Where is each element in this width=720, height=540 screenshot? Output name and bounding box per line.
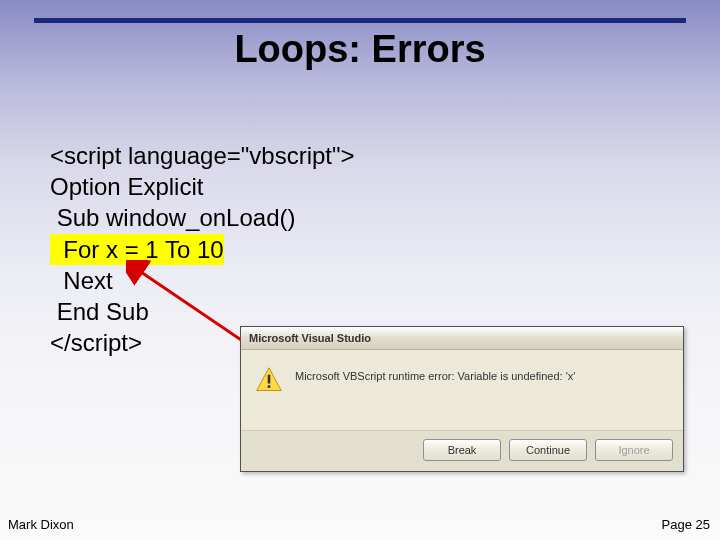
error-dialog: Microsoft Visual Studio Microsoft VBScri… (240, 326, 684, 472)
warning-icon (255, 366, 283, 394)
ignore-button[interactable]: Ignore (595, 439, 673, 461)
footer-author: Mark Dixon (8, 517, 74, 532)
code-line: Next (50, 265, 355, 296)
slide-top-rule (34, 18, 686, 23)
break-button[interactable]: Break (423, 439, 501, 461)
footer-page: Page 25 (662, 517, 710, 532)
highlight-span: For x = 1 To 10 (50, 234, 224, 265)
code-line: <script language="vbscript"> (50, 140, 355, 171)
dialog-button-row: Break Continue Ignore (241, 430, 683, 471)
code-line: Option Explicit (50, 171, 355, 202)
slide-title: Loops: Errors (0, 28, 720, 71)
code-line-highlight: For x = 1 To 10 (50, 234, 355, 265)
dialog-message: Microsoft VBScript runtime error: Variab… (295, 366, 575, 382)
svg-rect-3 (268, 375, 271, 384)
dialog-titlebar: Microsoft Visual Studio (241, 327, 683, 350)
code-line: Sub window_onLoad() (50, 202, 355, 233)
svg-rect-4 (268, 385, 271, 388)
dialog-body: Microsoft VBScript runtime error: Variab… (241, 350, 683, 430)
code-line: End Sub (50, 296, 355, 327)
continue-button[interactable]: Continue (509, 439, 587, 461)
